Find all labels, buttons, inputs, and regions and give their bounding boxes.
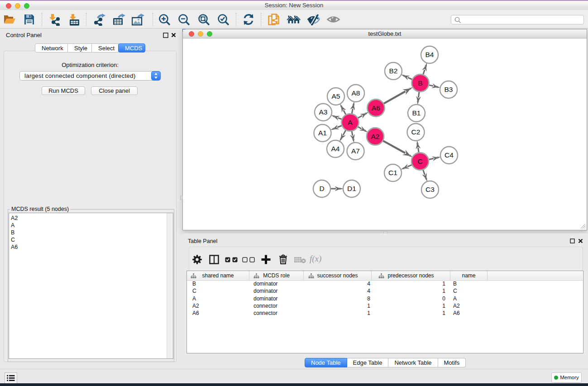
svg-text:B1: B1 (412, 109, 421, 117)
svg-text:B: B (418, 79, 422, 87)
svg-text:C: C (417, 157, 422, 165)
svg-text:A: A (348, 119, 353, 126)
svg-text:C2: C2 (411, 128, 421, 136)
svg-text:A5: A5 (332, 92, 340, 100)
svg-text:A6: A6 (372, 104, 380, 112)
svg-text:A1: A1 (318, 129, 327, 137)
svg-text:A4: A4 (331, 145, 340, 152)
svg-text:A8: A8 (352, 89, 360, 97)
svg-text:C1: C1 (388, 169, 397, 176)
svg-text:C4: C4 (445, 151, 454, 159)
svg-text:D1: D1 (347, 185, 356, 192)
svg-text:A2: A2 (371, 133, 380, 140)
svg-text:B4: B4 (425, 51, 434, 58)
svg-text:D: D (319, 185, 324, 192)
svg-text:B2: B2 (389, 67, 398, 75)
svg-text:B3: B3 (445, 86, 453, 93)
svg-text:A7: A7 (351, 147, 360, 155)
svg-text:C3: C3 (425, 186, 435, 193)
svg-text:A3: A3 (319, 108, 328, 116)
